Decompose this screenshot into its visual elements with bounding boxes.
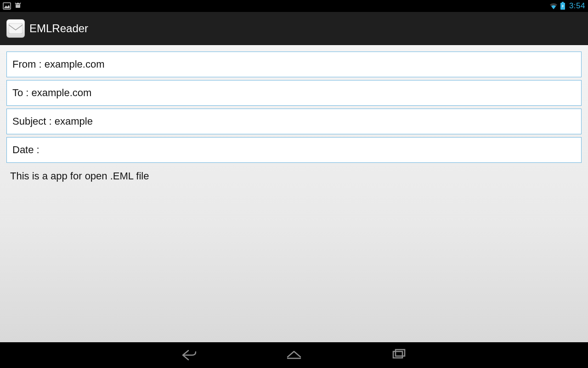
navigation-bar (0, 342, 588, 368)
svg-line-1 (15, 3, 16, 4)
svg-line-2 (20, 3, 21, 4)
battery-charging-icon (560, 2, 565, 10)
message-body: This is a app for open .EML file (6, 166, 582, 187)
svg-rect-11 (396, 350, 405, 356)
svg-rect-10 (393, 351, 402, 358)
svg-rect-6 (562, 2, 564, 3)
svg-point-4 (18, 4, 19, 5)
to-field: To : example.com (6, 80, 582, 106)
svg-point-3 (17, 4, 17, 5)
wifi-icon (549, 2, 558, 10)
from-field: From : example.com (6, 52, 582, 77)
date-field: Date : (6, 137, 582, 163)
home-button[interactable] (283, 346, 305, 364)
image-icon (3, 2, 11, 10)
svg-rect-8 (9, 23, 23, 34)
content-area: From : example.com To : example.com Subj… (0, 45, 588, 342)
action-bar: EMLReader (0, 12, 588, 45)
back-button[interactable] (178, 346, 200, 364)
status-clock: 3:54 (569, 1, 585, 11)
app-envelope-icon (6, 19, 25, 38)
recents-button[interactable] (388, 346, 410, 364)
app-title: EMLReader (29, 22, 88, 35)
android-icon (14, 2, 22, 10)
status-bar: 3:54 (0, 0, 588, 12)
subject-field: Subject : example (6, 109, 582, 134)
